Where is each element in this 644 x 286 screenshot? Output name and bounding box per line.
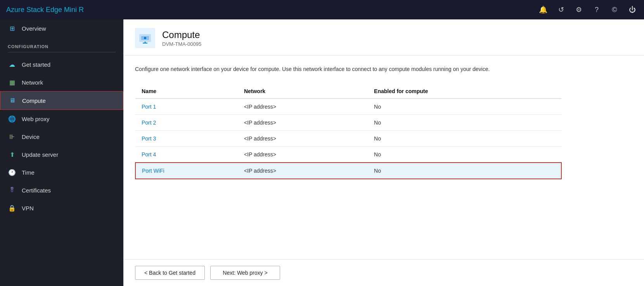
- port2-enabled: No: [368, 115, 561, 131]
- col-enabled: Enabled for compute: [368, 84, 561, 99]
- sidebar-item-overview-label: Overview: [22, 25, 46, 32]
- table-row: Port 4 <IP address> No: [135, 147, 561, 163]
- sidebar-item-device[interactable]: ⊪ Device: [0, 128, 123, 146]
- back-button[interactable]: < Back to Get started: [135, 266, 205, 280]
- webproxy-icon: 🌐: [8, 114, 16, 123]
- page-subtitle: DVM-TMA-00095: [162, 41, 201, 47]
- sidebar: ⊞ Overview CONFIGURATION ☁ Get started ▦…: [0, 19, 123, 286]
- next-button[interactable]: Next: Web proxy >: [210, 266, 280, 280]
- page-title: Compute: [162, 29, 201, 40]
- copyright-icon[interactable]: ©: [609, 4, 620, 15]
- port3-enabled: No: [368, 131, 561, 147]
- vpn-icon: 🔒: [8, 204, 16, 212]
- time-icon: 🕐: [8, 168, 16, 177]
- table-header: Name Network Enabled for compute: [135, 84, 561, 99]
- col-name: Name: [135, 84, 238, 99]
- sidebar-item-time-label: Time: [22, 169, 35, 176]
- power-icon[interactable]: ⏻: [627, 4, 638, 15]
- table-row: Port 3 <IP address> No: [135, 131, 561, 147]
- sidebar-item-compute[interactable]: 🖥 Compute: [0, 91, 123, 110]
- port2-name: Port 2: [135, 115, 238, 131]
- port4-name: Port 4: [135, 147, 238, 163]
- sidebar-item-vpn[interactable]: 🔒 VPN: [0, 199, 123, 217]
- port1-link[interactable]: Port 1: [142, 104, 156, 110]
- sidebar-item-time[interactable]: 🕐 Time: [0, 163, 123, 181]
- sidebar-item-device-label: Device: [22, 133, 40, 140]
- table-row-wifi: Port WiFi <IP address> No: [135, 163, 561, 179]
- table-row: Port 2 <IP address> No: [135, 115, 561, 131]
- compute-header-icon: [135, 28, 155, 48]
- port3-name: Port 3: [135, 131, 238, 147]
- port2-network: <IP address>: [238, 115, 368, 131]
- update-icon: ⬆: [8, 150, 16, 159]
- device-icon: ⊪: [8, 132, 16, 141]
- port1-network: <IP address>: [238, 99, 368, 115]
- portwifi-link[interactable]: Port WiFi: [142, 168, 164, 174]
- sidebar-item-certificates-label: Certificates: [22, 187, 51, 194]
- port3-link[interactable]: Port 3: [142, 135, 156, 142]
- svg-point-4: [144, 37, 146, 39]
- content-footer: < Back to Get started Next: Web proxy >: [123, 259, 644, 286]
- sidebar-item-vpn-label: VPN: [22, 205, 34, 211]
- help-icon[interactable]: ?: [591, 4, 602, 15]
- content-header: Compute DVM-TMA-00095: [123, 19, 644, 55]
- port4-enabled: No: [368, 147, 561, 163]
- content-body: Configure one network interface on your …: [123, 55, 644, 259]
- sidebar-item-compute-label: Compute: [22, 97, 46, 104]
- port1-name: Port 1: [135, 99, 238, 115]
- app-title: Azure Stack Edge Mini R: [6, 6, 84, 14]
- compute-icon: 🖥: [8, 96, 17, 105]
- sidebar-item-web-proxy[interactable]: 🌐 Web proxy: [0, 110, 123, 128]
- table-body: Port 1 <IP address> No Port 2 <IP addres…: [135, 99, 561, 179]
- bell-icon[interactable]: 🔔: [538, 4, 549, 15]
- port4-network: <IP address>: [238, 147, 368, 163]
- sidebar-item-update-server-label: Update server: [22, 151, 58, 158]
- sidebar-item-certificates[interactable]: 🎖 Certificates: [0, 181, 123, 199]
- description-text: Configure one network interface on your …: [135, 65, 562, 73]
- sidebar-section-label: CONFIGURATION: [0, 37, 123, 52]
- port2-link[interactable]: Port 2: [142, 120, 156, 126]
- ports-table: Name Network Enabled for compute Port 1 …: [135, 84, 562, 179]
- sidebar-divider: [8, 52, 116, 52]
- refresh-icon[interactable]: ↺: [556, 4, 566, 15]
- getstarted-icon: ☁: [8, 60, 16, 69]
- col-network: Network: [238, 84, 368, 99]
- sidebar-item-overview[interactable]: ⊞ Overview: [0, 19, 123, 37]
- sidebar-item-web-proxy-label: Web proxy: [22, 116, 49, 122]
- portwifi-name: Port WiFi: [135, 163, 238, 179]
- sidebar-item-update-server[interactable]: ⬆ Update server: [0, 146, 123, 163]
- content-header-text: Compute DVM-TMA-00095: [162, 29, 201, 47]
- port4-link[interactable]: Port 4: [142, 151, 156, 158]
- topbar-icons: 🔔 ↺ ⚙ ? © ⏻: [538, 4, 638, 15]
- port1-enabled: No: [368, 99, 561, 115]
- topbar: Azure Stack Edge Mini R 🔔 ↺ ⚙ ? © ⏻: [0, 0, 644, 19]
- settings-icon[interactable]: ⚙: [573, 4, 584, 15]
- portwifi-enabled: No: [368, 163, 561, 179]
- port3-network: <IP address>: [238, 131, 368, 147]
- network-icon: ▦: [8, 78, 16, 87]
- sidebar-item-get-started-label: Get started: [22, 61, 50, 68]
- sidebar-item-network[interactable]: ▦ Network: [0, 73, 123, 91]
- content-area: Compute DVM-TMA-00095 Configure one netw…: [123, 19, 644, 286]
- sidebar-item-network-label: Network: [22, 79, 43, 86]
- portwifi-network: <IP address>: [238, 163, 368, 179]
- overview-icon: ⊞: [8, 24, 16, 33]
- sidebar-item-get-started[interactable]: ☁ Get started: [0, 55, 123, 73]
- certificates-icon: 🎖: [8, 186, 16, 194]
- table-row: Port 1 <IP address> No: [135, 99, 561, 115]
- main-layout: ⊞ Overview CONFIGURATION ☁ Get started ▦…: [0, 19, 644, 286]
